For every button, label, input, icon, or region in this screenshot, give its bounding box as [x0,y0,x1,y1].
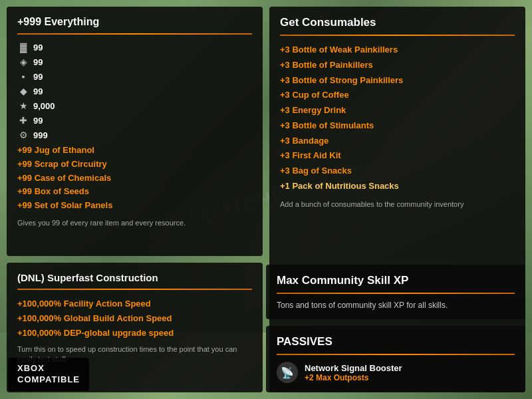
icon-row: ▓ 99 [17,41,252,53]
xbox-line1: XBOX [17,363,80,374]
icon-row: ✚ 99 [17,114,252,126]
construction-title: (DNL) Superfast Construction [17,272,252,283]
consumable-item: +3 Bottle of Painkillers [280,58,515,73]
passive-item: 📡 Network Signal Booster +2 Max Outposts [277,362,515,383]
speed-items: +100,000% Facility Action Speed+100,000%… [17,297,252,340]
item-icon-medic: ✚ [17,114,29,126]
everything-divider [17,33,252,35]
consumable-item: +3 Bottle of Strong Painkillers [280,73,515,88]
consumable-item: +3 Bottle of Stimulants [280,118,515,134]
icon-row: ◈ 99 [17,56,252,68]
consumable-item: +3 Bandage [280,134,515,149]
construction-divider [17,289,252,290]
passive-info: Network Signal Booster +2 Max Outposts [305,363,402,382]
icon-value-bullets: 99 [33,43,43,53]
consumables-divider [280,35,515,36]
speed-item: +100,000% Facility Action Speed [17,297,252,311]
consumables-title: Get Consumables [280,16,515,29]
item-icon-resource: ◆ [17,85,29,97]
passives-divider [277,354,515,355]
max-community-card: Max Community Skill XP Tons and tons of … [266,265,525,319]
consumable-item: +3 Bag of Snacks [280,164,515,179]
max-community-title: Max Community Skill XP [277,274,515,287]
icon-value-wrench: 999 [33,130,48,140]
consumable-item: +3 First Aid Kit [280,148,515,164]
consumables-desc: Add a bunch of consumables to the commun… [280,200,515,209]
xbox-badge: XBOX COMPATIBLE [8,358,89,391]
icon-value-medic: 99 [33,116,43,126]
item-icon-bullets: ▓ [17,41,29,53]
xbox-line2: COMPATIBLE [17,374,80,386]
item-icon-wrench: ⚙ [17,129,29,141]
right-bottom-cards: Max Community Skill XP Tons and tons of … [266,265,525,392]
passives-list: 📡 Network Signal Booster +2 Max Outposts [277,362,515,383]
item-icon-ammo: ▪ [17,70,29,82]
everything-title: +999 Everything [17,16,252,28]
signal-icon: 📡 [277,362,298,383]
icon-value-star: 9,000 [33,101,55,111]
consumables-list: +3 Bottle of Weak Painkillers+3 Bottle o… [280,43,515,194]
orange-item: +99 Case of Chemicals [17,172,252,186]
icon-value-shield: 99 [33,57,43,67]
orange-item: +99 Jug of Ethanol [17,144,252,158]
max-community-desc: Tons and tons of community skill XP for … [277,301,515,310]
passives-card: PASSIVES 📡 Network Signal Booster +2 Max… [266,326,525,392]
orange-items: +99 Jug of Ethanol+99 Scrap of Circuitry… [17,144,252,213]
icon-row: ★ 9,000 [17,100,252,112]
passives-title: PASSIVES [277,335,515,348]
icon-value-resource: 99 [33,86,43,96]
orange-item: +99 Box of Seeds [17,185,252,199]
icon-value-ammo: 99 [33,72,43,82]
speed-item: +100,000% Global Build Action Speed [17,311,252,326]
speed-item: +100,000% DEP-global upgrade speed [17,326,252,340]
passive-value: +2 Max Outposts [305,373,402,382]
consumable-item: +3 Cup of Coffee [280,88,515,103]
consumable-item: +3 Energy Drink [280,103,515,118]
icon-row: ▪ 99 [17,70,252,82]
max-community-divider [277,293,515,294]
item-icon-shield: ◈ [17,56,29,68]
consumable-item: +1 Pack of Nutritious Snacks [280,179,515,194]
icon-row: ◆ 99 [17,85,252,97]
orange-item: +99 Scrap of Circuitry [17,158,252,172]
everything-desc: Gives you 99 of every rare item and ever… [17,218,252,228]
icon-rows: ▓ 99 ◈ 99 ▪ 99 ◆ 99 ★ 9,000 ✚ 99 ⚙ 999 [17,41,252,141]
everything-card: +999 Everything ▓ 99 ◈ 99 ▪ 99 ◆ 99 ★ 9,… [7,7,263,256]
orange-item: +99 Set of Solar Panels [17,199,252,213]
passive-name: Network Signal Booster [305,363,402,373]
item-icon-star: ★ [17,100,29,112]
consumable-item: +3 Bottle of Weak Painkillers [280,43,515,58]
icon-row: ⚙ 999 [17,129,252,141]
